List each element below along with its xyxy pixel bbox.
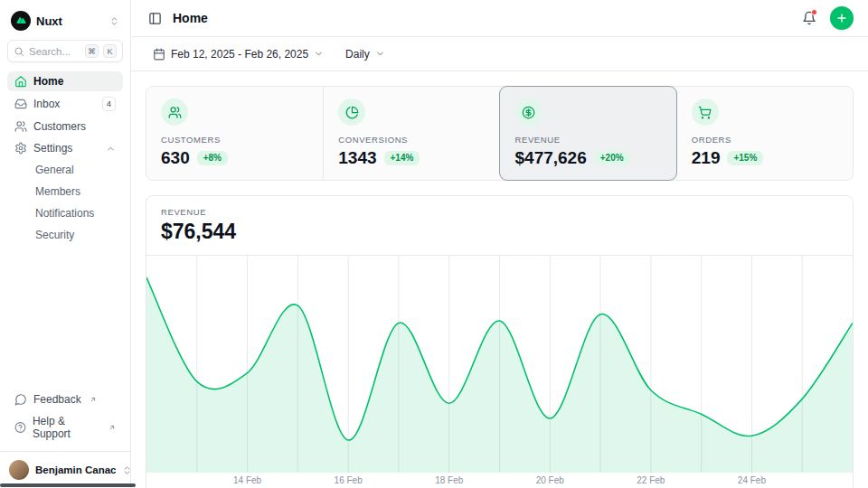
stat-card-revenue[interactable]: REVENUE $477,626 +20%: [500, 87, 676, 180]
panel-left-icon: [148, 12, 162, 25]
stat-label: REVENUE: [515, 135, 662, 145]
stat-label: CUSTOMERS: [161, 135, 308, 145]
home-icon: [14, 75, 27, 88]
external-link-icon: [108, 424, 116, 431]
workspace-name: Nuxt: [36, 14, 104, 28]
sidebar-item-home[interactable]: Home: [7, 71, 123, 91]
kbd-meta: ⌘: [85, 44, 99, 58]
gear-icon: [14, 142, 27, 155]
stat-label: CONVERSIONS: [338, 135, 485, 145]
sidebar-item-inbox[interactable]: Inbox 4: [7, 93, 123, 115]
collapse-sidebar-button[interactable]: [146, 9, 164, 27]
kbd-k: K: [103, 44, 117, 58]
cart-icon: [692, 99, 719, 126]
inbox-icon: [14, 98, 27, 110]
revenue-panel-header: REVENUE $76,544: [146, 196, 853, 256]
chevron-up-icon: [106, 144, 116, 154]
sidebar-item-label: Customers: [33, 120, 116, 133]
sidebar-nav: Home Inbox 4 Customers Settings General …: [7, 71, 123, 245]
chevron-down-icon: [375, 49, 385, 59]
revenue-chart-panel: REVENUE $76,544 14 Feb16 Feb18 Feb20 Feb…: [146, 195, 854, 488]
workspace-switcher[interactable]: Nuxt: [7, 9, 123, 33]
nuxt-logo-icon: [11, 11, 31, 31]
stat-delta-badge: +8%: [197, 151, 228, 165]
stat-card-orders[interactable]: ORDERS 219 +15%: [676, 87, 853, 180]
help-support-label: Help & Support: [33, 415, 100, 440]
revenue-panel-value: $76,544: [161, 220, 838, 244]
stat-delta-badge: +20%: [594, 151, 630, 165]
stat-value: 1343: [338, 148, 376, 168]
users-icon: [161, 99, 188, 126]
stat-delta-badge: +15%: [727, 151, 763, 165]
page-header: Home: [131, 0, 868, 37]
stats-cards: CUSTOMERS 630 +8% CONVERSIONS 1343 +14%: [146, 86, 854, 181]
stat-value: 630: [161, 148, 190, 168]
date-range-label: Feb 12, 2025 - Feb 26, 2025: [171, 48, 308, 61]
pie-chart-icon: [338, 99, 365, 126]
chat-bubble-icon: [14, 393, 27, 406]
x-axis-label: 18 Feb: [435, 475, 463, 485]
sidebar-item-label: Home: [33, 75, 116, 88]
sidebar-item-settings[interactable]: Settings: [7, 138, 123, 158]
sidebar-item-label: Settings: [33, 142, 99, 155]
revenue-chart[interactable]: 14 Feb16 Feb18 Feb20 Feb22 Feb24 Feb: [146, 256, 853, 488]
sidebar-item-label: Inbox: [33, 98, 96, 110]
sidebar-item-customers[interactable]: Customers: [7, 117, 123, 136]
horizontal-scrollbar-thumb[interactable]: [0, 483, 136, 487]
sidebar-item-security[interactable]: Security: [7, 225, 123, 245]
chevron-up-down-icon: [109, 16, 119, 26]
x-axis-label: 22 Feb: [637, 475, 665, 485]
stat-value: 219: [692, 148, 721, 168]
notifications-button[interactable]: [797, 6, 821, 30]
calendar-icon: [153, 48, 165, 61]
date-range-picker[interactable]: Feb 12, 2025 - Feb 26, 2025: [146, 44, 331, 64]
search-placeholder: Search...: [29, 46, 80, 57]
external-link-icon: [90, 396, 97, 403]
sidebar-footer: Feedback Help & Support: [7, 389, 123, 444]
help-support-link[interactable]: Help & Support: [7, 411, 123, 444]
sidebar-item-members[interactable]: Members: [7, 182, 123, 202]
question-circle-icon: [14, 421, 26, 434]
sidebar-item-general[interactable]: General: [7, 160, 123, 180]
x-axis-label: 20 Feb: [536, 475, 564, 485]
search-icon: [14, 46, 24, 57]
dollar-circle-icon: [515, 99, 542, 126]
search-input[interactable]: Search... ⌘ K: [7, 40, 123, 62]
inbox-count-badge: 4: [102, 97, 116, 111]
stat-card-customers[interactable]: CUSTOMERS 630 +8%: [146, 87, 323, 180]
revenue-chart-svg: [146, 256, 853, 473]
chevron-down-icon: [314, 49, 324, 59]
notification-dot: [811, 9, 817, 15]
app-root: Nuxt Search... ⌘ K Home Inbox 4: [0, 0, 868, 488]
period-select[interactable]: Daily: [338, 44, 392, 64]
stat-delta-badge: +14%: [384, 151, 420, 165]
revenue-panel-label: REVENUE: [161, 207, 838, 217]
avatar: [9, 460, 29, 480]
page-title: Home: [173, 11, 208, 25]
sidebar-item-notifications[interactable]: Notifications: [7, 203, 123, 223]
add-button[interactable]: [830, 6, 854, 30]
plus-icon: [835, 12, 848, 24]
period-label: Daily: [345, 48, 370, 61]
main-area: Home Feb 12, 2025 - Feb 26, 2025 Daily: [131, 0, 868, 488]
user-name: Benjamin Canac: [35, 465, 116, 475]
sidebar: Nuxt Search... ⌘ K Home Inbox 4: [0, 0, 131, 488]
users-icon: [14, 120, 27, 133]
stat-card-conversions[interactable]: CONVERSIONS 1343 +14%: [323, 87, 499, 180]
stat-value: $477,626: [515, 148, 587, 168]
x-axis-labels: 14 Feb16 Feb18 Feb20 Feb22 Feb24 Feb: [146, 473, 853, 488]
feedback-label: Feedback: [33, 393, 81, 406]
toolbar: Feb 12, 2025 - Feb 26, 2025 Daily: [131, 37, 868, 71]
feedback-link[interactable]: Feedback: [7, 389, 123, 409]
user-menu[interactable]: Benjamin Canac: [0, 451, 130, 483]
x-axis-label: 24 Feb: [738, 475, 766, 485]
content: CUSTOMERS 630 +8% CONVERSIONS 1343 +14%: [131, 71, 868, 488]
stat-label: ORDERS: [692, 135, 838, 145]
x-axis-label: 14 Feb: [233, 475, 261, 485]
x-axis-label: 16 Feb: [335, 475, 363, 485]
